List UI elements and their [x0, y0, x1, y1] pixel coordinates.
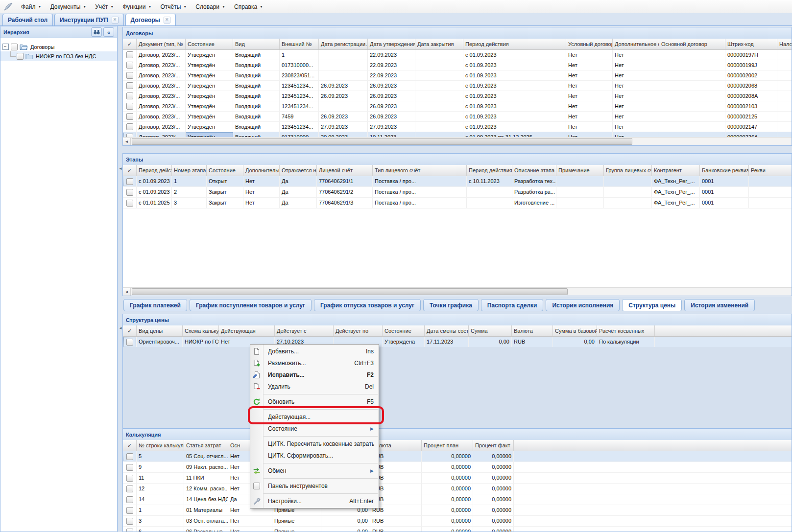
menu-item-settings[interactable]: Настройки...Alt+Enter [250, 495, 379, 507]
subtab-История исполнения[interactable]: История исполнения [546, 299, 620, 311]
row-checkbox[interactable] [126, 507, 133, 514]
column-header[interactable]: Штрих-код [725, 39, 777, 49]
menubar-item[interactable]: Отчёты▼ [156, 1, 191, 12]
contracts-hscrollbar[interactable]: ◄ [123, 137, 792, 145]
row-checkbox[interactable] [126, 529, 133, 532]
menubar-item[interactable]: Функции▼ [118, 1, 156, 12]
row-checkbox[interactable] [126, 453, 133, 460]
row-checkbox[interactable] [126, 339, 133, 346]
column-header[interactable]: Рекви [749, 165, 792, 176]
table-row[interactable]: 1414 Цена без НДСДаRUB0,000000,00000 [123, 494, 792, 505]
row-checkbox[interactable] [126, 200, 133, 207]
menu-item-add[interactable]: Добавить...Ins [250, 346, 379, 357]
column-header[interactable]: Действует по [334, 325, 383, 336]
scroll-left-icon[interactable]: ◄ [123, 138, 131, 145]
select-all-column-header[interactable]: ✓ [123, 39, 137, 49]
row-checkbox[interactable] [126, 93, 133, 99]
table-row[interactable]: 303 Осн. оплата...НетПрямые0,00RUB0,0000… [123, 516, 792, 527]
menubar-item[interactable]: Справка▼ [230, 1, 267, 12]
table-row[interactable]: 101 МатериалыНетПрямые0,00RUB0,000000,00… [123, 505, 792, 516]
tab-Инструкции ПУП[interactable]: Инструкции ПУП✕ [54, 14, 123, 25]
scrollbar-thumb[interactable] [132, 288, 568, 295]
menu-item-refresh[interactable]: ОбновитьF5 [250, 396, 379, 408]
table-row[interactable]: Договор, 2023/...УтверждёнВходящий123451… [123, 91, 792, 101]
menubar-item[interactable]: Файл▼ [17, 1, 46, 12]
row-checkbox[interactable] [126, 464, 133, 471]
row-checkbox[interactable] [126, 123, 133, 130]
collapse-node-icon[interactable] [2, 44, 9, 50]
column-header[interactable]: Состояние [207, 165, 243, 176]
row-checkbox[interactable] [126, 62, 133, 69]
subtab-График отпуска товаров и услуг[interactable]: График отпуска товаров и услуг [314, 299, 421, 311]
tab-Рабочий стол[interactable]: Рабочий стол [2, 14, 53, 25]
scrollbar-thumb[interactable] [132, 138, 632, 145]
column-header[interactable]: Дополнительное с [613, 39, 659, 49]
column-header[interactable]: Условный договор [566, 39, 613, 49]
table-row[interactable]: Договор, 2023/...УтверждёнВходящий123451… [123, 122, 792, 132]
column-header[interactable]: Дата закрытия [415, 39, 463, 49]
row-checkbox[interactable] [126, 475, 133, 482]
column-header[interactable]: Дата регистрации. [319, 39, 368, 49]
column-header[interactable]: Статья затрат [184, 440, 228, 451]
column-header[interactable]: Описание этапа [512, 165, 556, 176]
column-header[interactable]: Расчёт косвенных [597, 325, 655, 336]
tab-Договоры[interactable]: Договоры✕ [125, 14, 176, 25]
row-checkbox[interactable] [126, 178, 133, 185]
column-header[interactable]: Основной договор [659, 39, 725, 49]
column-header[interactable]: Состояние [383, 325, 425, 336]
tree-node-contracts[interactable]: Договоры [0, 40, 117, 51]
column-header[interactable]: Действующая [219, 325, 275, 336]
close-icon[interactable]: ✕ [112, 17, 119, 23]
column-header[interactable]: Документ (тип, № [137, 39, 186, 49]
table-row[interactable]: Ориентировоч...НИОКР по ГОЗ ...Нет27.10.… [123, 337, 792, 347]
menubar-item[interactable]: Учёт▼ [91, 1, 118, 12]
column-header[interactable]: Лицевой счёт [317, 165, 373, 176]
column-header[interactable]: Схема калькуляци [183, 325, 219, 336]
column-header[interactable]: Период действия.. [137, 165, 172, 176]
row-checkbox[interactable] [126, 82, 133, 89]
menu-item-citk-form[interactable]: ЦИТК. Сформировать... [250, 450, 379, 462]
column-header[interactable]: Валюта [512, 325, 553, 336]
row-checkbox[interactable] [126, 496, 133, 503]
column-header[interactable]: Налогов [777, 39, 792, 49]
stages-hscrollbar[interactable]: ◄ [123, 287, 792, 296]
menu-item-exchange[interactable]: Обмен▶ [250, 465, 379, 477]
menu-item-toolbar[interactable]: Панель инструментов [250, 480, 379, 492]
scroll-left-icon[interactable]: ◄ [123, 288, 131, 296]
row-checkbox[interactable] [126, 113, 133, 120]
table-row[interactable]: Договор, 2023/...УтверждёнВходящий122.09… [123, 50, 792, 60]
tree-checkbox[interactable] [11, 44, 18, 50]
subtab-История изменений[interactable]: История изменений [684, 299, 755, 311]
row-checkbox[interactable] [126, 103, 133, 110]
column-header[interactable]: № строки калькул [137, 440, 184, 451]
row-checkbox[interactable] [126, 189, 133, 196]
table-row[interactable]: 1212 Комм. расхо...НетRUB0,000000,00000 [123, 484, 792, 494]
row-checkbox[interactable] [126, 72, 133, 79]
select-all-column-header[interactable]: ✓ [123, 440, 137, 451]
tree-checkbox[interactable] [17, 53, 24, 60]
menu-item-state[interactable]: Состояние▶ [250, 423, 379, 435]
column-header[interactable]: Вид цены [137, 325, 183, 336]
column-header[interactable]: Действует с [275, 325, 334, 336]
column-header[interactable]: Группа лицевых сч [604, 165, 652, 176]
column-header[interactable]: Номер этапа [172, 165, 207, 176]
select-all-column-header[interactable]: ✓ [123, 325, 137, 336]
column-header[interactable]: Сумма в базовой в [553, 325, 597, 336]
column-header[interactable]: Контрагент [652, 165, 700, 176]
subtab-Точки графика[interactable]: Точки графика [423, 299, 479, 311]
subtab-Структура цены[interactable]: Структура цены [622, 299, 682, 311]
close-icon[interactable]: ✕ [164, 17, 170, 23]
tree-node-niokr[interactable]: НИОКР по ГОЗ без НДС [0, 51, 117, 61]
column-header[interactable]: Дата смены состоя [425, 325, 469, 336]
collapse-panel-icon[interactable]: « [103, 27, 114, 37]
table-row[interactable]: Договор, 2023/...УтверждёнВходящий745926… [123, 112, 792, 122]
table-row[interactable]: 505 Соц. отчисл...НетRUB0,000000,00000 [123, 451, 792, 462]
search-icon[interactable] [91, 27, 102, 37]
table-row[interactable]: Договор, 2023/...УтверждёнВходящий017310… [123, 60, 792, 70]
row-checkbox[interactable] [126, 518, 133, 525]
column-header[interactable]: Отражается на сум [280, 165, 317, 176]
table-row[interactable]: Договор, 2023/...УтверждёнВходящий230823… [123, 70, 792, 81]
menu-item-citk-recalc[interactable]: ЦИТК. Пересчитать косвенные затраты... [250, 438, 379, 450]
column-header[interactable]: Состояние [186, 39, 233, 49]
column-header[interactable]: Тип лицевого счёт [373, 165, 467, 176]
